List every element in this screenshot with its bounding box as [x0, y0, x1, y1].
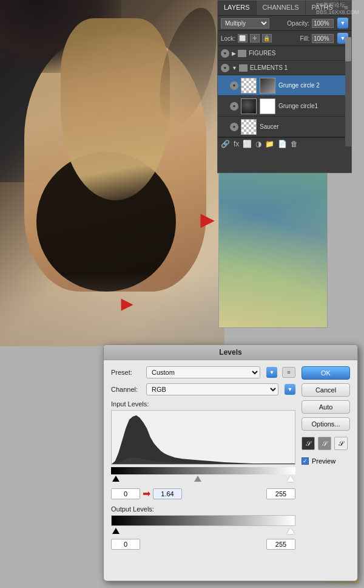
adj-layer-icon[interactable]: ◑ — [255, 140, 261, 148]
eye-elements1[interactable]: ● — [221, 64, 229, 72]
input-gradient-bar — [111, 467, 295, 474]
output-values-row — [111, 539, 295, 550]
canvas-area: ◀ ◀ — [0, 0, 224, 346]
lock-fill-toolbar: Lock: ⬜ ✛ 🔒 Fill: ▼ — [218, 31, 351, 46]
eyedropper-row: 𝒮 𝒮 𝒮 — [302, 437, 350, 450]
output-gradient-bar — [111, 515, 295, 526]
cancel-button[interactable]: Cancel — [302, 383, 350, 397]
layer-item-grunge-circle-1[interactable]: ● Grunge circle1 — [218, 96, 351, 117]
thumb-grunge-circle-2 — [241, 78, 257, 94]
mask-grunge-circle-1 — [260, 98, 275, 114]
fill-input[interactable] — [312, 34, 334, 43]
output-white-value[interactable] — [266, 539, 295, 550]
lock-all-icon[interactable]: 🔒 — [262, 34, 272, 43]
layer-group-elements1[interactable]: ● ▼ ELEMENTS 1 — [218, 61, 351, 75]
preview-label: Preview — [312, 457, 335, 465]
levels-buttons: OK Cancel Auto Options... 𝒮 𝒮 𝒮 ✓ Previe… — [302, 366, 350, 550]
folder-elements1 — [239, 64, 248, 72]
eye-saucer[interactable]: ● — [230, 123, 238, 131]
black-point-slider[interactable] — [112, 476, 120, 482]
red-arrow-canvas-body: ◀ — [121, 298, 132, 315]
arrow-elements1: ▼ — [232, 65, 237, 71]
preset-label: Preset: — [111, 369, 141, 376]
options-button[interactable]: Options... — [302, 417, 350, 431]
mask-grunge-circle-2 — [260, 78, 275, 94]
lock-move-icon[interactable]: ✛ — [250, 34, 260, 43]
new-layer-icon[interactable]: 📄 — [278, 140, 287, 148]
layer-name-elements1: ELEMENTS 1 — [250, 64, 348, 71]
preset-options-btn[interactable]: ≡ — [282, 367, 295, 378]
folder-figures — [238, 50, 246, 57]
preset-row: Preset: Custom ▼ ≡ — [111, 366, 295, 378]
layer-name-grunge-circle-1: Grunge circle1 — [278, 103, 348, 109]
blend-mode-select[interactable]: Multiply Normal Screen — [221, 18, 269, 29]
thumb-grunge-circle-1 — [241, 98, 257, 114]
input-slider-track[interactable] — [111, 476, 295, 484]
output-levels-label: Output Levels: — [111, 505, 295, 513]
canvas-image: ◀ ◀ — [0, 0, 224, 346]
new-group-icon[interactable]: 📁 — [265, 140, 274, 148]
channel-arrow[interactable]: ▼ — [285, 384, 295, 395]
link-icon[interactable]: 🔗 — [221, 140, 230, 148]
ok-button[interactable]: OK — [302, 366, 350, 380]
layer-item-grunge-circle-2[interactable]: ● Grunge circle 2 — [218, 75, 351, 96]
red-arrow-indicator: ➡ — [143, 488, 150, 499]
layers-panel: LAYERS CHANNELS PATHS ≡ Multiply Normal … — [217, 0, 352, 173]
arrow-figures: ▶ — [232, 50, 236, 56]
output-white-slider[interactable] — [287, 528, 294, 534]
layer-name-grunge-circle-2: Grunge circle 2 — [278, 82, 348, 89]
layer-name-saucer: Saucer — [260, 123, 348, 130]
opacity-label: Opacity: — [287, 20, 309, 27]
red-arrow-canvas-right: ◀ — [200, 213, 214, 233]
fx-icon[interactable]: fx — [234, 140, 239, 148]
output-black-value[interactable] — [111, 539, 140, 550]
input-values-row: ➡ — [111, 488, 295, 499]
thumb-saucer — [241, 119, 257, 135]
levels-body: Preset: Custom ▼ ≡ Channel: RGB Red Gree… — [104, 360, 357, 556]
input-black-value[interactable] — [111, 488, 140, 499]
layer-item-saucer[interactable]: ● Saucer — [218, 117, 351, 137]
white-eyedropper[interactable]: 𝒮 — [334, 437, 348, 450]
opacity-arrow[interactable]: ▼ — [337, 18, 348, 29]
channel-select[interactable]: RGB Red Green Blue — [146, 383, 278, 395]
auto-button[interactable]: Auto — [302, 400, 350, 414]
preview-row: ✓ Preview — [302, 457, 350, 465]
levels-main: Preset: Custom ▼ ≡ Channel: RGB Red Gree… — [111, 366, 295, 550]
channel-label: Channel: — [111, 386, 141, 393]
black-eyedropper[interactable]: 𝒮 — [302, 437, 315, 450]
preview-checkbox[interactable]: ✓ — [302, 457, 309, 465]
blend-opacity-toolbar: Multiply Normal Screen Opacity: ▼ — [218, 16, 351, 31]
output-black-slider[interactable] — [112, 528, 120, 534]
preset-arrow[interactable]: ▼ — [266, 367, 277, 378]
eye-grunge-circle-1[interactable]: ● — [230, 102, 238, 111]
channel-row: Channel: RGB Red Green Blue ▼ — [111, 383, 295, 395]
layer-group-figures[interactable]: ● ▶ FIGURES — [218, 46, 351, 61]
layers-scrollbar[interactable] — [345, 37, 351, 146]
eye-figures[interactable]: ● — [221, 49, 229, 58]
input-levels-label: Input Levels: — [111, 400, 295, 408]
layers-scrollbar-thumb[interactable] — [345, 37, 351, 61]
white-point-slider[interactable] — [287, 476, 294, 482]
watermark-top: PS教程论坛 BBS.16XX8.COM — [316, 1, 359, 15]
input-mid-value[interactable] — [153, 488, 182, 499]
eye-grunge-circle-2[interactable]: ● — [230, 81, 238, 90]
mask-icon[interactable]: ⬜ — [243, 140, 252, 148]
trash-icon[interactable]: 🗑 — [291, 140, 298, 148]
layers-list: ● ▶ FIGURES ● ▼ ELEMENTS 1 ● Grunge circ… — [218, 46, 351, 137]
tab-channels[interactable]: CHANNELS — [257, 1, 306, 15]
gray-eyedropper[interactable]: 𝒮 — [318, 437, 331, 450]
preset-select[interactable]: Custom — [146, 366, 260, 378]
layers-bottom-bar: 🔗 fx ⬜ ◑ 📁 📄 🗑 — [218, 137, 351, 150]
levels-dialog: Levels Preset: Custom ▼ ≡ Channel: RGB R… — [103, 344, 358, 581]
output-slider-track[interactable] — [111, 528, 295, 536]
mid-point-slider[interactable] — [194, 476, 201, 482]
tab-layers[interactable]: LAYERS — [218, 1, 257, 15]
histogram-container — [111, 410, 295, 465]
opacity-input[interactable] — [312, 19, 334, 28]
lock-pixel-icon[interactable]: ⬜ — [238, 34, 248, 43]
fill-label: Fill: — [300, 35, 309, 42]
input-white-value[interactable] — [266, 488, 295, 499]
watercolor-panel — [218, 170, 328, 328]
histogram-svg — [112, 411, 295, 464]
layer-name-figures: FIGURES — [249, 50, 348, 56]
